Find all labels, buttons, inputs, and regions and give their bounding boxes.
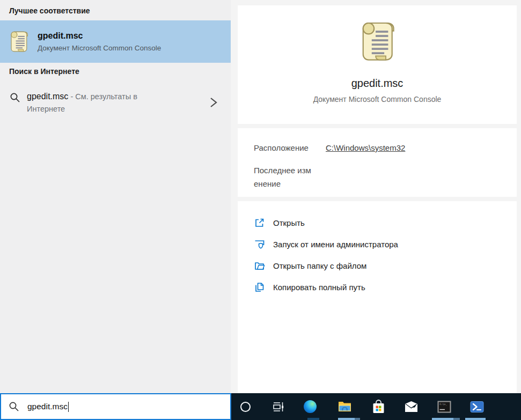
- action-copy-full-path[interactable]: Копировать полный путь: [254, 276, 517, 298]
- preview-subtitle: Документ Microsoft Common Console: [238, 95, 517, 104]
- action-open-file-location-label: Открыть папку с файлом: [273, 261, 366, 270]
- best-match-text: gpedit.msc Документ Microsoft Common Con…: [38, 31, 161, 52]
- action-run-as-admin-label: Запуск от имени администратора: [273, 240, 398, 249]
- command-prompt-icon: C:\>_: [437, 401, 451, 413]
- action-open-file-location[interactable]: Открыть папку с файлом: [254, 255, 517, 276]
- search-results-panel: Лучшее соответствие gpedit.msc Документ …: [0, 0, 231, 393]
- file-explorer-icon: [337, 400, 352, 413]
- run-as-admin-icon: [254, 239, 265, 250]
- best-match-title: gpedit.msc: [38, 31, 161, 41]
- preview-pane: gpedit.msc Документ Microsoft Common Con…: [231, 0, 521, 393]
- action-copy-full-path-label: Копировать полный путь: [273, 283, 365, 292]
- taskbar-task-view-button[interactable]: [267, 393, 289, 420]
- open-file-location-icon: [254, 260, 265, 271]
- search-icon: [10, 92, 20, 103]
- command-prompt-running-indicator-segment: [453, 418, 460, 420]
- mmc-document-icon: [9, 31, 29, 53]
- action-run-as-admin[interactable]: Запуск от имени администратора: [254, 233, 517, 255]
- web-search-result[interactable]: gpedit.msc - См. результаты в Интернете: [0, 84, 231, 122]
- web-search-header: Поиск в Интернете: [0, 61, 231, 76]
- taskbar-file-explorer-button[interactable]: [334, 393, 355, 420]
- action-open-label: Открыть: [273, 218, 305, 227]
- taskbar: C:\>_: [231, 393, 521, 420]
- task-view-icon: [271, 400, 284, 413]
- taskbar-store-button[interactable]: [368, 393, 389, 420]
- edge-icon: [304, 400, 317, 413]
- edge-running-indicator: [307, 418, 319, 420]
- taskbar-cortana-button[interactable]: [234, 393, 256, 420]
- action-open[interactable]: Открыть: [254, 212, 517, 233]
- actions-card: Открыть Запуск от имени администратора О…: [238, 201, 517, 393]
- mmc-document-icon-large: [358, 20, 396, 63]
- location-link[interactable]: C:\Windows\system32: [326, 143, 405, 152]
- windows-search-flyout: Лучшее соответствие gpedit.msc Документ …: [0, 0, 521, 420]
- cortana-icon: [240, 402, 251, 412]
- open-icon: [254, 217, 265, 229]
- best-match-result-gpedit[interactable]: gpedit.msc Документ Microsoft Common Con…: [0, 20, 231, 63]
- taskbar-search-box[interactable]: gpedit.msc: [0, 393, 231, 420]
- web-search-text: gpedit.msc - См. результаты в Интернете: [27, 84, 164, 122]
- command-prompt-running-indicator: [432, 418, 453, 420]
- file-explorer-running-indicator: [338, 418, 355, 420]
- location-row: Расположение C:\Windows\system32: [254, 141, 517, 154]
- best-match-header: Лучшее соответствие: [0, 0, 231, 15]
- location-label: Расположение: [254, 141, 326, 154]
- taskbar-command-prompt-button[interactable]: C:\>_: [434, 393, 455, 420]
- chevron-right-icon[interactable]: [209, 97, 218, 108]
- microsoft-store-icon: [372, 400, 385, 414]
- text-caret: [68, 402, 69, 412]
- web-search-query: gpedit.msc: [27, 92, 68, 101]
- search-input-value[interactable]: gpedit.msc: [27, 402, 68, 411]
- web-search-hint-wrap: Интернете: [27, 103, 164, 115]
- taskbar-edge-button[interactable]: [299, 393, 321, 420]
- taskbar-powershell-button[interactable]: [466, 393, 488, 420]
- best-match-subtitle: Документ Microsoft Common Console: [38, 44, 161, 52]
- preview-card: gpedit.msc Документ Microsoft Common Con…: [238, 5, 517, 124]
- details-card: Расположение C:\Windows\system32 Последн…: [238, 128, 517, 197]
- mail-icon: [404, 401, 419, 412]
- file-explorer-running-indicator-segment: [355, 418, 360, 420]
- copy-full-path-icon: [254, 282, 265, 293]
- last-modified-row: Последнее изм енение: [254, 164, 517, 190]
- web-search-hint: - См. результаты в: [68, 92, 137, 101]
- powershell-icon: [470, 401, 484, 413]
- powershell-running-indicator: [465, 418, 486, 420]
- taskbar-mail-button[interactable]: [400, 393, 422, 420]
- last-modified-label: Последнее изм енение: [254, 164, 326, 190]
- search-icon: [9, 401, 19, 412]
- preview-title: gpedit.msc: [238, 77, 517, 90]
